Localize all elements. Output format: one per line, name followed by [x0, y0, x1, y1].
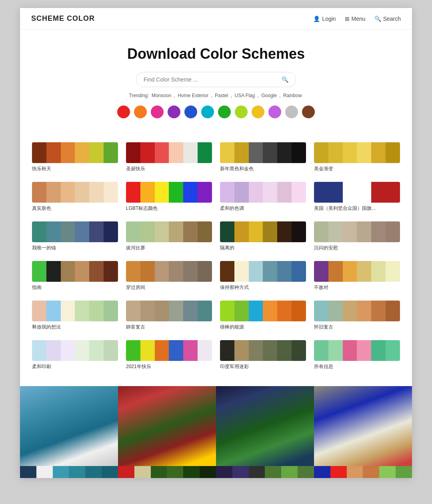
trending-section: Trending: Monsoon , Home Exterior , Past…: [28, 93, 404, 98]
color-swatch: [386, 182, 400, 203]
scheme-card[interactable]: 穿过房间: [126, 261, 212, 291]
color-swatch: [126, 301, 140, 321]
scheme-swatches: [314, 261, 400, 282]
search-input[interactable]: [144, 76, 282, 83]
photo-image: [314, 386, 412, 466]
color-swatch: [371, 182, 386, 203]
scheme-swatches: [126, 340, 212, 361]
color-swatch: [46, 301, 61, 321]
scheme-card[interactable]: 保持那种方式: [220, 261, 306, 291]
trending-pastel[interactable]: Pastel: [215, 93, 228, 98]
scheme-card[interactable]: LGBT标志颜色: [126, 182, 212, 212]
scheme-card[interactable]: 静富复古: [126, 301, 212, 331]
photo-card[interactable]: [216, 386, 314, 478]
color-swatch: [104, 340, 118, 361]
menu-button[interactable]: ⊞ Menu: [345, 16, 366, 22]
photo-swatch: [69, 466, 85, 478]
scheme-swatches: [314, 340, 400, 361]
trending-usa-flag[interactable]: USA Flag: [234, 93, 255, 98]
color-circle-cyan[interactable]: [201, 106, 214, 118]
color-circle-green[interactable]: [218, 106, 231, 118]
scheme-card[interactable]: 快乐秋天: [32, 142, 118, 172]
scheme-card[interactable]: 指南: [32, 261, 118, 291]
color-swatch: [126, 182, 140, 203]
color-swatch: [126, 261, 140, 282]
color-circle-silver[interactable]: [285, 106, 298, 118]
scheme-name: 印度军用迷彩: [220, 363, 306, 370]
scheme-card[interactable]: 怀旧复古: [314, 301, 400, 331]
scheme-card[interactable]: 所有信息: [314, 340, 400, 370]
scheme-card[interactable]: 很棒的能源: [220, 301, 306, 331]
photo-swatch: [298, 466, 314, 478]
color-swatch: [46, 261, 61, 282]
color-swatch: [343, 301, 357, 321]
scheme-name: 柔和印刷: [32, 363, 118, 370]
color-circle-violet[interactable]: [268, 106, 281, 118]
photo-card[interactable]: [118, 386, 216, 478]
color-circle-red[interactable]: [117, 106, 130, 118]
color-swatch: [89, 301, 104, 321]
color-circle-blue[interactable]: [184, 106, 197, 118]
color-swatch: [220, 340, 234, 361]
color-circle-yellow-green[interactable]: [235, 106, 248, 118]
trending-monsoon[interactable]: Monsoon: [152, 93, 171, 98]
trending-google[interactable]: Google: [261, 93, 277, 98]
scheme-swatches: [32, 142, 118, 163]
scheme-card[interactable]: 释放我的想法: [32, 301, 118, 331]
scheme-swatches: [126, 142, 212, 163]
scheme-card[interactable]: 美国（美利坚合众国）国旗...: [314, 182, 400, 212]
color-swatch: [249, 221, 263, 242]
scheme-card[interactable]: 真实肤色: [32, 182, 118, 212]
scheme-card[interactable]: 美金渐变: [314, 142, 400, 172]
scheme-swatches: [126, 301, 212, 321]
color-swatch: [155, 261, 169, 282]
color-swatch: [371, 301, 386, 321]
search-icon-sm: 🔍: [282, 76, 288, 83]
scheme-name: 柔和的色调: [220, 205, 306, 212]
color-swatch: [386, 340, 400, 361]
color-swatch: [386, 301, 400, 321]
scheme-name: 美国（美利坚合众国）国旗...: [314, 205, 400, 212]
photo-swatch: [281, 466, 298, 478]
search-button[interactable]: 🔍 Search: [374, 16, 401, 22]
scheme-swatches: [126, 261, 212, 282]
scheme-card[interactable]: 隔离的: [220, 221, 306, 251]
scheme-card[interactable]: 柔和印刷: [32, 340, 118, 370]
scheme-card[interactable]: 2021年快乐: [126, 340, 212, 370]
scheme-card[interactable]: 不敌对: [314, 261, 400, 291]
menu-label: Menu: [352, 16, 366, 22]
login-button[interactable]: 👤 Login: [313, 16, 336, 22]
scheme-card[interactable]: 拔河比赛: [126, 221, 212, 251]
color-swatch: [292, 261, 306, 282]
scheme-card[interactable]: 柔和的色调: [220, 182, 306, 212]
logo[interactable]: SCHEME COLOR: [31, 14, 95, 23]
trending-home-exterior[interactable]: Home Exterior: [178, 93, 208, 98]
color-swatch: [234, 182, 249, 203]
color-circle-yellow[interactable]: [252, 106, 264, 118]
scheme-name: 怀旧复古: [314, 324, 400, 331]
header-nav: 👤 Login ⊞ Menu 🔍 Search: [313, 16, 401, 22]
search-bar[interactable]: 🔍: [136, 72, 296, 87]
scheme-card[interactable]: 新年黑色和金色: [220, 142, 306, 172]
color-circle-purple[interactable]: [168, 106, 180, 118]
photo-card[interactable]: [20, 386, 118, 478]
scheme-card[interactable]: 沉闷的安慰: [314, 221, 400, 251]
trending-rainbow[interactable]: Rainbow: [283, 93, 302, 98]
color-swatch: [155, 301, 169, 321]
color-circle-pink[interactable]: [151, 106, 164, 118]
color-swatch: [357, 261, 371, 282]
photo-card[interactable]: [314, 386, 412, 478]
scheme-swatches: [126, 182, 212, 203]
scheme-name: 美金渐变: [314, 165, 400, 172]
color-circle-brown[interactable]: [302, 106, 315, 118]
photo-swatch: [20, 466, 36, 478]
scheme-card[interactable]: 我唯一的锚: [32, 221, 118, 251]
scheme-card[interactable]: 圣诞快乐: [126, 142, 212, 172]
color-swatch: [328, 301, 343, 321]
color-swatch: [357, 182, 371, 203]
color-circle-orange[interactable]: [134, 106, 147, 118]
scheme-card[interactable]: 印度军用迷彩: [220, 340, 306, 370]
color-swatch: [357, 142, 371, 163]
color-swatch: [61, 261, 75, 282]
photo-grid: [20, 386, 412, 478]
